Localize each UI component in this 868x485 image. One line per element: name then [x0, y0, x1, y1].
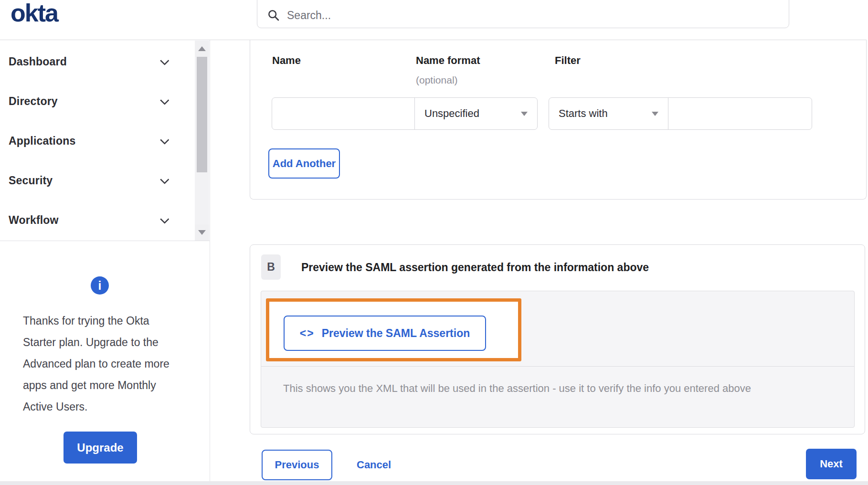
upsell-message: Thanks for trying the Okta Starter plan.… [23, 310, 178, 418]
name-and-format-group: Unspecified [272, 97, 538, 130]
upgrade-button[interactable]: Upgrade [64, 432, 137, 464]
sidebar: Dashboard Directory Applications Securit… [0, 40, 210, 485]
search-icon [267, 9, 280, 22]
filter-value-input[interactable] [668, 98, 812, 129]
preview-assertion-box: <> Preview the SAML Assertion This shows… [261, 291, 855, 428]
sidebar-item-directory[interactable]: Directory [0, 82, 210, 121]
sidebar-item-label: Applications [9, 135, 75, 148]
name-column-label: Name [272, 54, 301, 67]
dropdown-caret-icon [652, 112, 658, 116]
scrollbar-thumb[interactable] [197, 57, 207, 172]
name-format-column-label: Name format [416, 54, 480, 67]
add-another-button[interactable]: Add Another [268, 148, 340, 179]
cancel-button[interactable]: Cancel [357, 450, 391, 480]
global-search[interactable] [257, 0, 789, 28]
sidebar-item-applications[interactable]: Applications [0, 121, 210, 161]
attribute-name-input[interactable] [272, 98, 414, 129]
chevron-down-icon [160, 56, 169, 65]
name-format-optional-hint: (optional) [416, 74, 458, 86]
preview-button-area: <> Preview the SAML Assertion [261, 291, 854, 367]
sidebar-item-dashboard[interactable]: Dashboard [0, 42, 210, 82]
chevron-down-icon [160, 135, 169, 145]
step-b-badge: B [261, 254, 281, 280]
next-button[interactable]: Next [806, 449, 857, 479]
scroll-up-button[interactable] [195, 41, 209, 57]
okta-logo: okta [11, 0, 58, 27]
sidebar-item-label: Security [9, 174, 53, 187]
chevron-down-icon [160, 95, 169, 105]
preview-button-label: Preview the SAML Assertion [322, 327, 470, 340]
sidebar-scrollbar[interactable] [195, 41, 209, 241]
name-format-selected-value: Unspecified [424, 107, 479, 120]
preview-section-heading: Preview the SAML assertion generated fro… [301, 261, 649, 274]
name-format-select[interactable]: Unspecified [414, 98, 537, 129]
search-input[interactable] [287, 9, 779, 22]
code-brackets-icon: <> [300, 327, 315, 340]
sidebar-item-workflow[interactable]: Workflow [0, 200, 210, 240]
sidebar-nav: Dashboard Directory Applications Securit… [0, 40, 210, 241]
bottom-edge-strip [0, 481, 868, 485]
info-icon: i [91, 276, 109, 295]
scroll-down-button[interactable] [195, 224, 209, 241]
filter-operator-select[interactable]: Starts with [549, 98, 668, 129]
attribute-statement-panel: Name Name format (optional) Filter Unspe… [250, 40, 867, 200]
dropdown-caret-icon [521, 112, 528, 116]
filter-column-label: Filter [555, 54, 581, 67]
sidebar-item-label: Dashboard [9, 55, 67, 68]
okta-admin-screen: okta Dashboard Directory Applications Se… [0, 0, 868, 485]
filter-group: Starts with [549, 97, 812, 130]
preview-saml-panel: B Preview the SAML assertion generated f… [250, 244, 865, 434]
triangle-down-icon [198, 230, 206, 235]
triangle-up-icon [198, 46, 206, 51]
chevron-down-icon [160, 214, 169, 224]
preview-description: This shows you the XML that will be used… [261, 367, 854, 395]
filter-operator-selected-value: Starts with [559, 107, 608, 120]
sidebar-item-label: Workflow [9, 214, 59, 227]
preview-saml-assertion-button[interactable]: <> Preview the SAML Assertion [284, 316, 486, 351]
sidebar-item-label: Directory [9, 95, 58, 108]
sidebar-item-security[interactable]: Security [0, 161, 210, 200]
previous-button[interactable]: Previous [262, 450, 332, 480]
chevron-down-icon [160, 175, 169, 184]
